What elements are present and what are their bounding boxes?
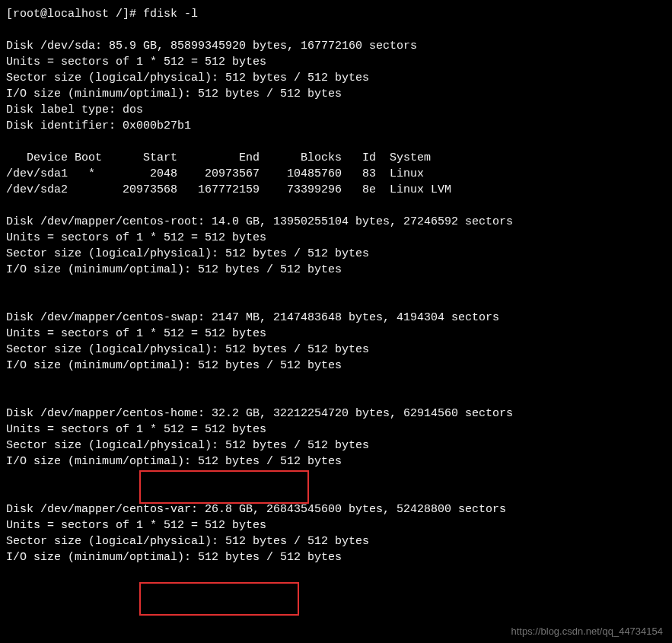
disk-home-header: Disk /dev/mapper/centos-home: 32.2 GB, 3… — [6, 406, 666, 422]
disk-var-io-size: I/O size (minimum/optimal): 512 bytes / … — [6, 549, 666, 565]
disk-sda-io-size: I/O size (minimum/optimal): 512 bytes / … — [6, 86, 666, 102]
disk-swap-units: Units = sectors of 1 * 512 = 512 bytes — [6, 326, 666, 342]
disk-root-units: Units = sectors of 1 * 512 = 512 bytes — [6, 230, 666, 246]
disk-sda-identifier: Disk identifier: 0x000b27b1 — [6, 118, 666, 134]
disk-swap-header: Disk /dev/mapper/centos-swap: 2147 MB, 2… — [6, 310, 666, 326]
command-text: fdisk -l — [143, 8, 198, 21]
blank-line — [6, 22, 666, 38]
disk-var-header: Disk /dev/mapper/centos-var: 26.8 GB, 26… — [6, 501, 666, 517]
blank-line — [6, 485, 666, 501]
partition-header: Device Boot Start End Blocks Id System — [6, 150, 666, 166]
disk-swap-io-size: I/O size (minimum/optimal): 512 bytes / … — [6, 358, 666, 374]
prompt-line[interactable]: [root@localhost /]# fdisk -l — [6, 6, 666, 22]
disk-sda-header: Disk /dev/sda: 85.9 GB, 85899345920 byte… — [6, 38, 666, 54]
terminal-output: [root@localhost /]# fdisk -l Disk /dev/s… — [6, 6, 666, 565]
blank-line — [6, 470, 666, 485]
disk-sda-sector-size: Sector size (logical/physical): 512 byte… — [6, 70, 666, 86]
disk-root-header: Disk /dev/mapper/centos-root: 14.0 GB, 1… — [6, 214, 666, 230]
watermark: https://blog.csdn.net/qq_44734154 — [511, 625, 664, 638]
disk-var-sector-size: Sector size (logical/physical): 512 byte… — [6, 533, 666, 549]
partition-row-1: /dev/sda1 * 2048 20973567 10485760 83 Li… — [6, 166, 666, 182]
blank-line — [6, 198, 666, 214]
disk-swap-sector-size: Sector size (logical/physical): 512 byte… — [6, 342, 666, 358]
blank-line — [6, 134, 666, 150]
disk-var-units: Units = sectors of 1 * 512 = 512 bytes — [6, 517, 666, 533]
disk-root-io-size: I/O size (minimum/optimal): 512 bytes / … — [6, 262, 666, 278]
disk-home-io-size: I/O size (minimum/optimal): 512 bytes / … — [6, 454, 666, 470]
partition-row-2: /dev/sda2 20973568 167772159 73399296 8e… — [6, 182, 666, 198]
blank-line — [6, 294, 666, 310]
blank-line — [6, 390, 666, 406]
blank-line — [6, 374, 666, 390]
disk-root-sector-size: Sector size (logical/physical): 512 byte… — [6, 246, 666, 262]
disk-home-sector-size: Sector size (logical/physical): 512 byte… — [6, 438, 666, 454]
highlight-centos-var — [139, 582, 299, 616]
blank-line — [6, 278, 666, 294]
disk-sda-units: Units = sectors of 1 * 512 = 512 bytes — [6, 54, 666, 70]
disk-home-units: Units = sectors of 1 * 512 = 512 bytes — [6, 422, 666, 438]
prompt: [root@localhost /]# — [6, 8, 136, 21]
disk-sda-label-type: Disk label type: dos — [6, 102, 666, 118]
